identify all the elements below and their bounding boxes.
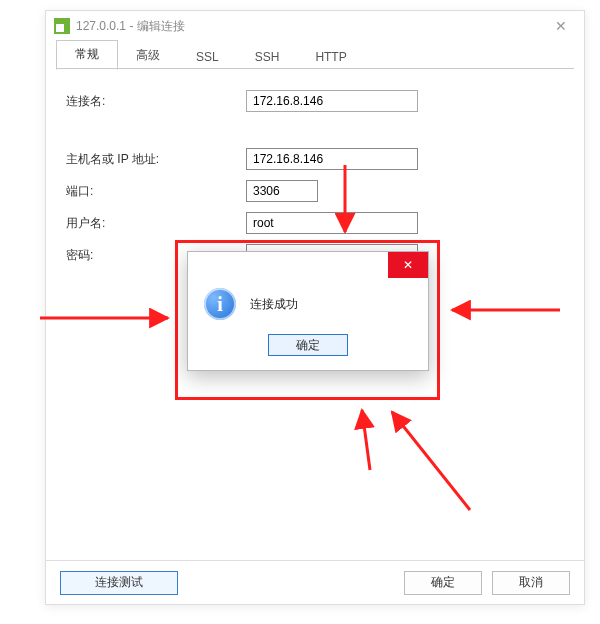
window-title: 127.0.0.1 - 编辑连接	[76, 18, 185, 35]
connection-form: 连接名: 主机名或 IP 地址: 端口: 用户名: 密码:	[46, 69, 584, 267]
message-dialog-titlebar: ✕	[188, 252, 428, 278]
close-icon: ✕	[403, 258, 413, 272]
label-username: 用户名:	[66, 215, 246, 232]
input-username[interactable]	[246, 212, 418, 234]
tab-advanced[interactable]: 高级	[118, 42, 178, 70]
tab-ssh[interactable]: SSH	[237, 45, 298, 70]
message-dialog-close-button[interactable]: ✕	[388, 252, 428, 278]
tab-strip: 常规 高级 SSL SSH HTTP	[46, 41, 584, 69]
window-titlebar: 127.0.0.1 - 编辑连接 ✕	[46, 11, 584, 41]
cancel-button[interactable]: 取消	[492, 571, 570, 595]
window-close-button[interactable]: ✕	[546, 18, 576, 34]
message-dialog: ✕ i 连接成功 确定	[187, 251, 429, 371]
message-dialog-ok-button[interactable]: 确定	[268, 334, 348, 356]
tab-general[interactable]: 常规	[56, 40, 118, 70]
label-port: 端口:	[66, 183, 246, 200]
input-host[interactable]	[246, 148, 418, 170]
test-connection-button[interactable]: 连接测试	[60, 571, 178, 595]
message-dialog-text: 连接成功	[250, 296, 298, 313]
tab-ssl[interactable]: SSL	[178, 45, 237, 70]
ok-button[interactable]: 确定	[404, 571, 482, 595]
dialog-button-bar: 连接测试 确定 取消	[46, 560, 584, 604]
input-connection-name[interactable]	[246, 90, 418, 112]
info-icon: i	[204, 288, 236, 320]
label-connection-name: 连接名:	[66, 93, 246, 110]
tab-http[interactable]: HTTP	[297, 45, 364, 70]
input-port[interactable]	[246, 180, 318, 202]
app-icon	[54, 18, 70, 34]
label-host: 主机名或 IP 地址:	[66, 151, 246, 168]
